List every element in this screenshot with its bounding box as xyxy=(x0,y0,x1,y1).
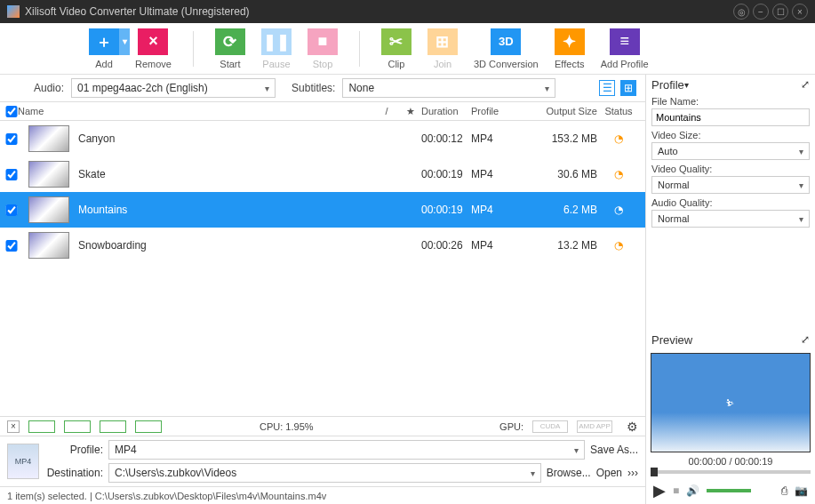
select-all-checkbox[interactable] xyxy=(5,106,18,117)
add-label: Add xyxy=(95,59,113,69)
gear-icon[interactable]: ⚙ xyxy=(627,420,638,434)
open-button[interactable]: Open xyxy=(596,467,622,479)
destination-row: MP4 Profile: MP4 Save As... Destination:… xyxy=(0,436,645,486)
preview-frame: ⛷ xyxy=(651,353,811,452)
profile-panel-title: Profile xyxy=(651,78,684,92)
expand-icon[interactable]: ⤢ xyxy=(801,78,810,91)
col-profile[interactable]: Profile xyxy=(471,106,533,116)
file-output: 30.6 MB xyxy=(533,168,597,180)
cpu-gpu-row: × CPU: 1.95% GPU: CUDA AMD APP ⚙ xyxy=(0,416,645,436)
file-name: Snowboarding xyxy=(78,239,373,252)
row-checkbox[interactable] xyxy=(5,240,18,252)
close-graph-icon[interactable]: × xyxy=(7,420,20,433)
row-checkbox[interactable] xyxy=(5,169,18,180)
browse-button[interactable]: Browse... xyxy=(547,467,591,479)
preview-slider[interactable] xyxy=(651,470,811,474)
videosize-label: Video Size: xyxy=(651,130,810,140)
play-icon[interactable]: ▶ xyxy=(653,481,666,500)
stop-button[interactable]: ■Stop xyxy=(308,28,338,69)
toolbar: ＋▾Add ×Remove ⟳Start ❚❚Pause ■Stop ✂Clip… xyxy=(0,23,815,75)
file-output: 13.2 MB xyxy=(533,239,597,252)
row-checkbox[interactable] xyxy=(5,204,18,216)
audioquality-dropdown[interactable]: Normal xyxy=(651,210,810,228)
col-status[interactable]: Status xyxy=(597,106,640,116)
clock-icon: ◔ xyxy=(597,132,640,145)
stop-icon[interactable]: ■ xyxy=(673,484,679,497)
view-detail-icon[interactable]: ⊞ xyxy=(620,80,636,96)
subtitles-dropdown[interactable]: None xyxy=(342,78,555,98)
view-list-icon[interactable]: ☰ xyxy=(599,80,615,96)
col-star[interactable]: ★ xyxy=(400,106,421,117)
maximize-button[interactable]: ☐ xyxy=(772,4,788,20)
remove-button[interactable]: ×Remove xyxy=(135,28,172,69)
saveas-button[interactable]: Save As... xyxy=(590,444,638,456)
stop-label: Stop xyxy=(313,59,333,69)
table-row[interactable]: Skate00:00:19MP430.6 MB◔ xyxy=(0,156,645,192)
cuda-button[interactable]: CUDA xyxy=(532,420,568,433)
videosize-dropdown[interactable]: Auto xyxy=(651,142,810,160)
camera-icon[interactable]: 📷 xyxy=(795,484,808,497)
statusbar: 1 item(s) selected. | C:\Users\s.zubkov\… xyxy=(0,486,645,504)
file-profile: MP4 xyxy=(471,204,533,216)
volume-icon[interactable]: 🔊 xyxy=(686,484,699,497)
filename-input[interactable] xyxy=(651,108,810,126)
titlebar: Xilisoft Video Converter Ultimate (Unreg… xyxy=(0,0,815,23)
volume-slider[interactable] xyxy=(707,489,751,492)
add-profile-button[interactable]: ≡Add Profile xyxy=(601,28,649,69)
snapshot-icon[interactable]: ⎙ xyxy=(781,484,787,497)
separator xyxy=(193,31,194,67)
file-duration: 00:00:19 xyxy=(421,204,471,216)
file-output: 6.2 MB xyxy=(533,204,597,216)
join-button[interactable]: ⊞Join xyxy=(427,28,458,69)
close-button[interactable]: × xyxy=(792,4,808,20)
3d-button[interactable]: 3D3D Conversion xyxy=(474,28,539,69)
col-name[interactable]: Name xyxy=(18,106,373,116)
preview-header: Preview ⤢ xyxy=(646,330,815,349)
separator xyxy=(359,31,360,67)
expand-preview-icon[interactable]: ⤢ xyxy=(801,333,810,346)
audio-dropdown[interactable]: 01 mpeg4aac-2ch (English) xyxy=(71,78,276,98)
file-list: Canyon00:00:12MP4153.2 MB◔Skate00:00:19M… xyxy=(0,121,645,416)
pause-label: Pause xyxy=(262,59,290,69)
file-duration: 00:00:12 xyxy=(421,132,471,145)
clip-label: Clip xyxy=(388,59,404,69)
file-duration: 00:00:19 xyxy=(421,168,471,180)
effects-button[interactable]: ✦Effects xyxy=(555,28,585,69)
col-slash[interactable]: / xyxy=(373,106,400,116)
thumbnail-icon xyxy=(28,196,69,223)
pause-button[interactable]: ❚❚Pause xyxy=(261,28,292,69)
clip-button[interactable]: ✂Clip xyxy=(381,28,411,69)
videoquality-dropdown[interactable]: Normal xyxy=(651,176,810,194)
preview-controls: ▶ ■ 🔊 ⎙ 📷 xyxy=(646,477,815,504)
cpu-graph-icon xyxy=(28,420,55,433)
destination-label: Destination: xyxy=(44,467,103,479)
audio-label: Audio: xyxy=(34,82,64,94)
window-title: Xilisoft Video Converter Ultimate (Unreg… xyxy=(25,5,730,18)
cpu-graph-icon xyxy=(135,420,162,433)
audioquality-label: Audio Quality: xyxy=(651,197,810,208)
profile-dropdown[interactable]: MP4 xyxy=(108,440,585,460)
cpu-graph-icon xyxy=(64,420,91,433)
table-row[interactable]: Mountains00:00:19MP46.2 MB◔ xyxy=(0,192,645,228)
add-button[interactable]: ＋▾Add xyxy=(89,28,119,69)
effects-label: Effects xyxy=(555,59,584,69)
gpu-label: GPU: xyxy=(499,421,523,432)
more-button[interactable]: ››› xyxy=(627,467,638,479)
preview-title: Preview xyxy=(651,333,692,347)
file-output: 153.2 MB xyxy=(533,132,597,145)
app-logo-icon xyxy=(7,5,20,18)
col-duration[interactable]: Duration xyxy=(421,106,471,116)
amd-button[interactable]: AMD APP xyxy=(577,420,612,433)
destination-dropdown[interactable]: C:\Users\s.zubkov\Videos xyxy=(108,463,541,483)
row-checkbox[interactable] xyxy=(5,133,18,145)
profile-panel-header: Profile▾ ⤢ xyxy=(646,75,815,94)
cpu-graph-icon xyxy=(100,420,126,433)
minimize-button[interactable]: − xyxy=(753,4,769,20)
file-name: Canyon xyxy=(78,132,373,145)
start-button[interactable]: ⟳Start xyxy=(215,28,245,69)
col-output[interactable]: Output Size xyxy=(533,106,597,116)
table-row[interactable]: Snowboarding00:00:26MP413.2 MB◔ xyxy=(0,228,645,263)
start-label: Start xyxy=(220,59,240,69)
table-row[interactable]: Canyon00:00:12MP4153.2 MB◔ xyxy=(0,121,645,156)
account-icon[interactable]: ◎ xyxy=(733,4,749,20)
